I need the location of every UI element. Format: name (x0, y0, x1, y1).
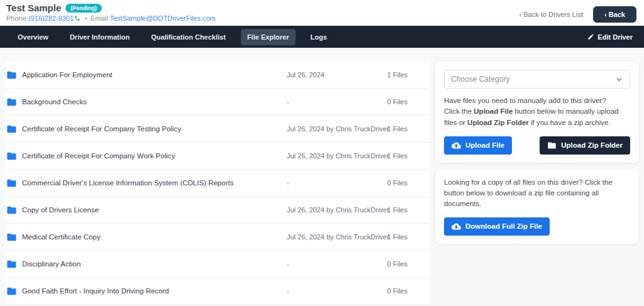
file-category-row[interactable]: Certificate of Receipt For Company Testi… (5, 116, 430, 143)
category-file-count: 1 Files (387, 152, 408, 160)
category-file-count: 0 Files (387, 287, 408, 295)
folder-icon (6, 70, 17, 80)
category-modified: Jul 26, 2024 (287, 71, 325, 79)
download-full-zip-label: Download Full Zip File (465, 222, 542, 230)
folder-icon (6, 124, 17, 134)
phone-label: Phone: (6, 14, 28, 22)
category-name: Application For Employment (22, 71, 113, 79)
upload-file-label: Upload File (465, 141, 504, 149)
back-to-drivers-list-link[interactable]: ‹ Back to Drivers List (519, 11, 583, 18)
category-file-count: 1 Files (387, 233, 408, 241)
folder-icon (547, 141, 557, 150)
folder-icon (6, 205, 17, 216)
category-name: Background Checks (22, 98, 87, 106)
category-file-count: 0 Files (387, 179, 408, 187)
upload-instructions: Have files you need to manually add to t… (444, 96, 630, 128)
category-select[interactable]: Choose Category (444, 70, 630, 89)
cloud-download-icon (452, 222, 461, 231)
upload-zip-bold: Upload Zip Folder (467, 119, 529, 126)
driver-summary: Test Sample (Pending) Phone:(916)282-930… (6, 3, 216, 22)
page-header: Test Sample (Pending) Phone:(916)282-930… (0, 0, 644, 26)
phone-link[interactable]: (916)282-9301 (28, 14, 74, 22)
driver-tab-bar: Overview Driver Information Qualificatio… (0, 26, 644, 48)
file-category-list: Application For Employment Jul 26, 2024 … (5, 62, 430, 305)
file-category-row[interactable]: Background Checks - 0 Files (5, 89, 430, 116)
main-content: Application For Employment Jul 26, 2024 … (0, 48, 644, 305)
email-link[interactable]: TestSample@DOTDriverFiles.com (109, 14, 215, 22)
category-name: Medical Certificate Copy (22, 233, 101, 241)
edit-driver-button[interactable]: Edit Driver (587, 33, 633, 41)
edit-driver-label: Edit Driver (597, 33, 633, 41)
file-category-row[interactable]: Copy of Drivers License Jul 26, 2024 by … (5, 197, 430, 224)
cloud-upload-icon (452, 141, 461, 150)
file-category-row[interactable]: Application For Employment Jul 26, 2024 … (5, 62, 430, 89)
file-category-row[interactable]: Disciplinary Action - 0 Files (5, 251, 430, 278)
chevron-down-icon (615, 75, 623, 84)
tab-qualification-checklist[interactable]: Qualification Checklist (145, 29, 232, 45)
category-file-count: 1 Files (387, 125, 408, 133)
tab-overview[interactable]: Overview (11, 29, 55, 45)
file-category-row[interactable]: Good Faith Effort - Inquiry Into Driving… (5, 278, 430, 305)
category-modified: - (287, 260, 289, 268)
file-category-row[interactable]: Commercial Driver's License Information … (5, 170, 430, 197)
folder-icon (6, 232, 17, 243)
separator-dot: • (85, 14, 87, 22)
download-card: Looking for a copy of all files on this … (435, 169, 639, 244)
category-modified: Jul 26, 2024 by Chris TruckDriver (287, 233, 389, 241)
category-modified: - (287, 98, 289, 106)
tab-file-explorer[interactable]: File Explorer (241, 29, 296, 45)
file-category-row[interactable]: Certificate of Receipt For Company Work … (5, 143, 430, 170)
pencil-icon (587, 33, 594, 40)
category-name: Good Faith Effort - Inquiry Into Driving… (22, 287, 169, 295)
download-full-zip-button[interactable]: Download Full Zip File (444, 217, 550, 236)
category-modified: Jul 26, 2024 by Chris TruckDriver (287, 125, 389, 133)
file-category-row[interactable]: Medical Certificate Copy Jul 26, 2024 by… (5, 224, 430, 251)
upload-instructions-text: if you have a zip archive. (529, 119, 611, 126)
folder-icon (6, 97, 17, 107)
category-modified: Jul 26, 2024 by Chris TruckDriver (287, 152, 389, 160)
category-name: Commercial Driver's License Information … (22, 179, 233, 187)
category-modified: - (287, 287, 289, 295)
category-name: Certificate of Receipt For Company Work … (22, 152, 175, 160)
phone-icon (74, 15, 80, 21)
upload-instructions-text: Click the (444, 107, 474, 115)
driver-name: Test Sample (6, 3, 61, 13)
category-file-count: 0 Files (387, 260, 408, 268)
folder-icon (6, 178, 17, 189)
category-name: Copy of Drivers License (22, 206, 99, 214)
side-panel: Choose Category Have files you need to m… (435, 62, 639, 250)
upload-file-bold: Upload File (474, 107, 513, 115)
download-instructions: Looking for a copy of all files on this … (444, 177, 630, 210)
upload-card: Choose Category Have files you need to m… (435, 62, 639, 163)
category-modified: Jul 26, 2024 by Chris TruckDriver (287, 206, 389, 214)
category-name: Certificate of Receipt For Company Testi… (22, 125, 181, 133)
folder-icon (6, 286, 17, 297)
upload-zip-folder-label: Upload Zip Folder (561, 141, 623, 149)
email-label: Email: (91, 14, 110, 22)
upload-file-button[interactable]: Upload File (444, 136, 512, 155)
upload-instructions-line1: Have files you need to manually add to t… (444, 96, 630, 106)
category-file-count: 1 Files (387, 206, 408, 214)
category-name: Disciplinary Action (22, 260, 80, 268)
status-badge: (Pending) (65, 4, 102, 13)
category-modified: - (287, 179, 289, 187)
tab-driver-information[interactable]: Driver Information (64, 29, 136, 45)
back-button[interactable]: ‹ Back (593, 6, 636, 23)
category-select-value: Choose Category (451, 75, 509, 84)
folder-icon (6, 259, 17, 270)
folder-icon (6, 151, 17, 161)
category-file-count: 0 Files (387, 98, 408, 106)
tab-logs[interactable]: Logs (304, 29, 333, 45)
category-file-count: 1 Files (387, 71, 408, 79)
upload-zip-folder-button[interactable]: Upload Zip Folder (540, 136, 630, 155)
